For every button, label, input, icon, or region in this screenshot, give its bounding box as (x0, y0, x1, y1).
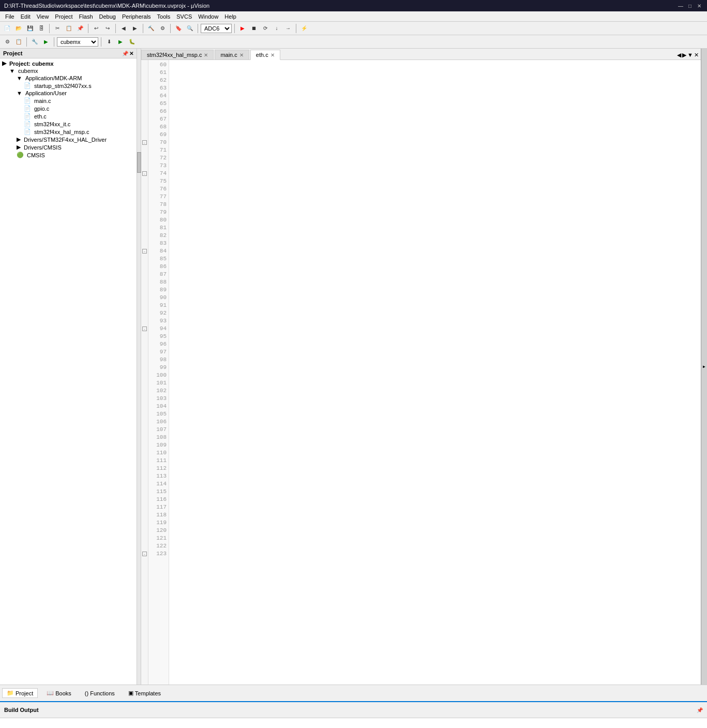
bottom-tabs-panel: 📁 Project 📖 Books () Functions ▣ Templat… (0, 685, 707, 701)
project-panel-title: Project (3, 50, 22, 56)
tree-item-drivers-stm32f4xx-hal-driver[interactable]: ▶Drivers/STM32F4xx_HAL_Driver (0, 136, 137, 143)
bottom-tab-templates[interactable]: ▣ Templates (124, 688, 166, 698)
menu-project[interactable]: Project (52, 12, 76, 21)
setup-btn[interactable]: ⚡ (299, 23, 309, 34)
menu-help[interactable]: Help (221, 12, 239, 21)
bookmark-btn[interactable]: 🔖 (173, 23, 184, 34)
menu-svcs[interactable]: SVCS (173, 12, 195, 21)
tree-item-drivers-cmsis[interactable]: ▶Drivers/CMSIS (0, 143, 137, 151)
project-tab-label: Project (16, 690, 33, 696)
run-btn[interactable]: ▶ (41, 37, 51, 47)
tab-main[interactable]: main.c ✕ (215, 50, 249, 60)
templates-tab-label: Templates (135, 690, 161, 696)
build-output-content (0, 718, 707, 728)
new-file-btn[interactable]: 📄 (2, 23, 12, 34)
forward-btn[interactable]: ▶ (130, 23, 140, 34)
menu-peripherals[interactable]: Peripherals (119, 12, 154, 21)
debug-stepover-btn[interactable]: → (283, 23, 293, 34)
menu-flash[interactable]: Flash (76, 12, 96, 21)
tree-item-cubemx[interactable]: ▼cubemx (0, 67, 137, 75)
minimize-button[interactable]: — (677, 2, 684, 9)
functions-tab-icon: () (85, 690, 88, 696)
redo-btn[interactable]: ↪ (102, 23, 113, 34)
undo-btn[interactable]: ↩ (91, 23, 101, 34)
open-btn[interactable]: 📂 (13, 23, 24, 34)
title-bar-controls: — □ ✕ (677, 2, 703, 9)
tab-close-eth[interactable]: ✕ (270, 52, 275, 58)
tree-item-startup-stm32f407xx-s[interactable]: 📄startup_stm32f407xx.s (0, 82, 137, 90)
bottom-tab-books[interactable]: 📖 Books (42, 688, 76, 698)
tree-item-stm32f4xx-it-c[interactable]: 📄stm32f4xx_it.c (0, 120, 137, 128)
books-tab-icon: 📖 (47, 690, 54, 696)
start-debug-btn[interactable]: ▶ (115, 37, 126, 47)
save-all-btn[interactable]: 🗄 (36, 23, 47, 34)
title-bar: D:\RT-ThreadStudio\workspace\test\cubemx… (0, 0, 707, 11)
tab-list[interactable]: ▼ (687, 52, 693, 58)
bottom-tab-project[interactable]: 📁 Project (2, 688, 38, 698)
panel-close-btn[interactable]: ✕ (129, 51, 133, 56)
tree-item-cmsis[interactable]: 🟢CMSIS (0, 151, 137, 159)
menu-file[interactable]: File (2, 12, 18, 21)
tab-label-eth: eth.c (256, 52, 268, 58)
back-btn[interactable]: ◀ (118, 23, 129, 34)
debug-stop-btn[interactable]: ⏹ (249, 23, 259, 34)
menu-window[interactable]: Window (195, 12, 221, 21)
debug-reset-btn[interactable]: ⟳ (260, 23, 270, 34)
debug-start-btn[interactable]: ▶ (237, 23, 248, 34)
build-output: Build Output 📌 (0, 701, 707, 718)
target-options-btn[interactable]: ⚙ (2, 37, 12, 47)
tab-eth[interactable]: eth.c ✕ (250, 50, 280, 60)
maximize-button[interactable]: □ (686, 2, 694, 9)
start-debug2-btn[interactable]: 🐛 (127, 37, 137, 47)
find-btn[interactable]: 🔍 (185, 23, 195, 34)
build-all-btn[interactable]: ⚙ (157, 23, 168, 34)
sep4 (143, 24, 143, 33)
tab-stm32f4xx-hal-msp[interactable]: stm32f4xx_hal_msp.c ✕ (141, 50, 214, 60)
build-btn[interactable]: 🔨 (146, 23, 156, 34)
tree-item-application-mdk-arm[interactable]: ▼Application/MDK-ARM (0, 75, 137, 82)
project-panel-header: Project 📌 ✕ (0, 49, 137, 58)
panel-pin-btn[interactable]: 📌 (122, 51, 128, 56)
tab-close-main[interactable]: ✕ (239, 52, 244, 58)
tree-item-application-user[interactable]: ▼Application/User (0, 90, 137, 97)
menu-bar: File Edit View Project Flash Debug Perip… (0, 11, 707, 22)
menu-debug[interactable]: Debug (96, 12, 119, 21)
load-btn[interactable]: ⬇ (104, 37, 114, 47)
manage-btn[interactable]: 📋 (13, 37, 24, 47)
copy-btn[interactable]: 📋 (64, 23, 74, 34)
tab-close-all[interactable]: ✕ (694, 52, 699, 58)
tree-item-main-c[interactable]: 📄main.c (0, 97, 137, 105)
panel-header-controls: 📌 ✕ (122, 51, 133, 56)
sep-t1 (26, 37, 27, 47)
debug-step-btn[interactable]: ↓ (272, 23, 282, 34)
compile-btn[interactable]: 🔧 (29, 37, 40, 47)
right-panel-btn[interactable]: ▶ (701, 49, 707, 685)
close-button[interactable]: ✕ (696, 2, 703, 9)
save-btn[interactable]: 💾 (25, 23, 35, 34)
tab-close-stm32f4xx-hal-msp[interactable]: ✕ (204, 52, 208, 58)
tab-scroll-right[interactable]: ▶ (682, 52, 686, 58)
build-output-pin[interactable]: 📌 (697, 707, 703, 713)
paste-btn[interactable]: 📌 (75, 23, 85, 34)
tree-item-eth-c[interactable]: 📄eth.c (0, 112, 137, 120)
sep-t3 (101, 37, 101, 47)
line-numbers: 6061626364656667686970717273747576777879… (148, 60, 169, 685)
tree-item-gpio-c[interactable]: 📄gpio.c (0, 105, 137, 112)
bottom-tab-functions[interactable]: () Functions (80, 689, 119, 698)
tab-scroll-left[interactable]: ◀ (677, 52, 681, 58)
target-select[interactable]: cubemx (57, 37, 98, 47)
code-editor: ----- 6061626364656667686970717273747576… (141, 60, 701, 685)
sep8 (296, 24, 296, 33)
tab-label-main: main.c (220, 52, 237, 58)
menu-edit[interactable]: Edit (18, 12, 34, 21)
project-tree: ▶Project: cubemx▼cubemx▼Application/MDK-… (0, 58, 137, 685)
tree-item-project--cubemx[interactable]: ▶Project: cubemx (0, 60, 137, 67)
tree-item-stm32f4xx-hal-msp-c[interactable]: 📄stm32f4xx_hal_msp.c (0, 128, 137, 136)
code-content[interactable] (169, 60, 701, 685)
cut-btn[interactable]: ✂ (52, 23, 63, 34)
indicator-tab[interactable] (137, 152, 141, 173)
adc-select[interactable]: ADC6 (201, 24, 232, 33)
tab-label-stm32f4xx-hal-msp: stm32f4xx_hal_msp.c (147, 52, 202, 58)
menu-view[interactable]: View (34, 12, 52, 21)
menu-tools[interactable]: Tools (154, 12, 174, 21)
